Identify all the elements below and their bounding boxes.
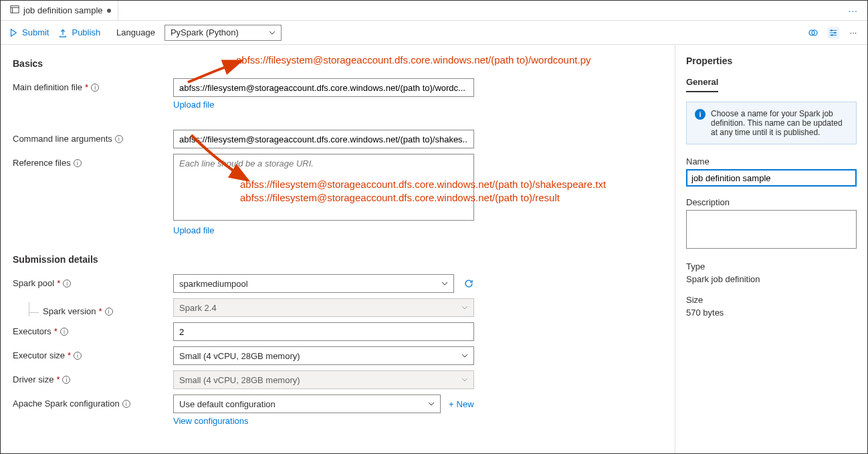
info-icon[interactable]: i bbox=[74, 159, 82, 167]
settings-icon[interactable] bbox=[827, 27, 839, 39]
driver-size-label: Driver size*i bbox=[13, 370, 173, 384]
description-field-label: Description bbox=[686, 197, 857, 207]
info-icon[interactable]: i bbox=[60, 328, 68, 336]
chevron-down-icon bbox=[461, 304, 468, 311]
spark-job-icon bbox=[10, 5, 19, 16]
chevron-down-icon bbox=[461, 352, 468, 359]
svg-rect-0 bbox=[11, 6, 19, 13]
main-definition-input[interactable] bbox=[173, 78, 474, 97]
play-icon bbox=[9, 28, 18, 37]
publish-icon bbox=[58, 28, 68, 37]
notice-box: i Choose a name for your Spark job defin… bbox=[686, 102, 857, 144]
new-config-button[interactable]: + New bbox=[449, 399, 474, 409]
svg-point-10 bbox=[831, 34, 833, 36]
properties-panel: Properties General i Choose a name for y… bbox=[675, 45, 867, 453]
executor-size-select[interactable]: Small (4 vCPU, 28GB memory) bbox=[173, 346, 474, 365]
info-icon[interactable]: i bbox=[63, 279, 71, 288]
reference-files-input[interactable] bbox=[173, 154, 474, 221]
type-label: Type bbox=[686, 261, 857, 271]
executors-label: Executors*i bbox=[13, 322, 173, 336]
publish-button[interactable]: Publish bbox=[58, 27, 100, 37]
plus-icon: + bbox=[449, 399, 454, 409]
name-input[interactable] bbox=[686, 169, 857, 187]
tab-job-definition[interactable]: job definition sample bbox=[3, 1, 118, 20]
submit-button[interactable]: Submit bbox=[9, 27, 49, 37]
form-area: abfss://filesystem@storageaccount.dfs.co… bbox=[1, 45, 675, 453]
reference-files-label: Reference filesi bbox=[13, 154, 173, 168]
tab-bar: job definition sample ··· bbox=[1, 1, 867, 21]
cmd-args-label: Command line argumentsi bbox=[13, 130, 173, 144]
toolbar: Submit Publish Language PySpark (Python)… bbox=[1, 21, 867, 45]
spark-config-select[interactable]: Use default configuration bbox=[173, 394, 441, 413]
svg-point-8 bbox=[831, 29, 833, 31]
info-icon[interactable]: i bbox=[91, 84, 99, 92]
spark-version-select: Spark 2.4 bbox=[173, 298, 474, 317]
spark-version-label: Spark version*i bbox=[29, 302, 173, 316]
spark-config-label: Apache Spark configurationi bbox=[13, 394, 173, 409]
description-input[interactable] bbox=[686, 210, 857, 249]
chevron-down-icon bbox=[269, 29, 276, 36]
info-icon[interactable]: i bbox=[74, 352, 82, 360]
info-icon[interactable]: i bbox=[105, 308, 113, 316]
unsaved-dot-icon bbox=[107, 9, 111, 13]
main-definition-label: Main definition file*i bbox=[13, 78, 173, 92]
section-submission-title: Submission details bbox=[13, 254, 663, 265]
size-label: Size bbox=[686, 295, 857, 305]
info-icon[interactable]: i bbox=[62, 376, 70, 384]
executors-input[interactable] bbox=[173, 322, 474, 341]
upload-main-link[interactable]: Upload file bbox=[173, 100, 214, 110]
tab-general[interactable]: General bbox=[686, 77, 718, 92]
executor-size-label: Executor size*i bbox=[13, 346, 173, 360]
refresh-pool-button[interactable] bbox=[463, 278, 474, 289]
tab-overflow-button[interactable]: ··· bbox=[844, 1, 862, 20]
chevron-down-icon bbox=[441, 280, 448, 287]
spark-pool-select[interactable]: sparkmediumpool bbox=[173, 274, 454, 293]
chevron-down-icon bbox=[461, 376, 468, 383]
info-circle-icon: i bbox=[695, 109, 706, 120]
name-field-label: Name bbox=[686, 156, 857, 166]
type-value: Spark job definition bbox=[686, 274, 857, 284]
tab-title: job definition sample bbox=[23, 5, 103, 15]
more-icon[interactable]: ··· bbox=[847, 27, 859, 39]
svg-point-9 bbox=[834, 31, 836, 33]
section-basics-title: Basics bbox=[13, 58, 663, 69]
cmd-args-input[interactable] bbox=[173, 130, 474, 148]
view-configurations-link[interactable]: View configurations bbox=[173, 416, 249, 426]
upload-ref-link[interactable]: Upload file bbox=[173, 225, 214, 235]
size-value: 570 bytes bbox=[686, 308, 857, 318]
driver-size-select: Small (4 vCPU, 28GB memory) bbox=[173, 370, 474, 389]
chevron-down-icon bbox=[428, 401, 435, 407]
spark-pool-label: Spark pool*i bbox=[13, 274, 173, 288]
info-icon[interactable]: i bbox=[115, 135, 123, 143]
feedback-icon[interactable] bbox=[807, 27, 819, 39]
language-label: Language bbox=[116, 27, 155, 37]
properties-title: Properties bbox=[686, 55, 857, 66]
info-icon[interactable]: i bbox=[122, 400, 130, 408]
language-select[interactable]: PySpark (Python) bbox=[165, 25, 282, 41]
